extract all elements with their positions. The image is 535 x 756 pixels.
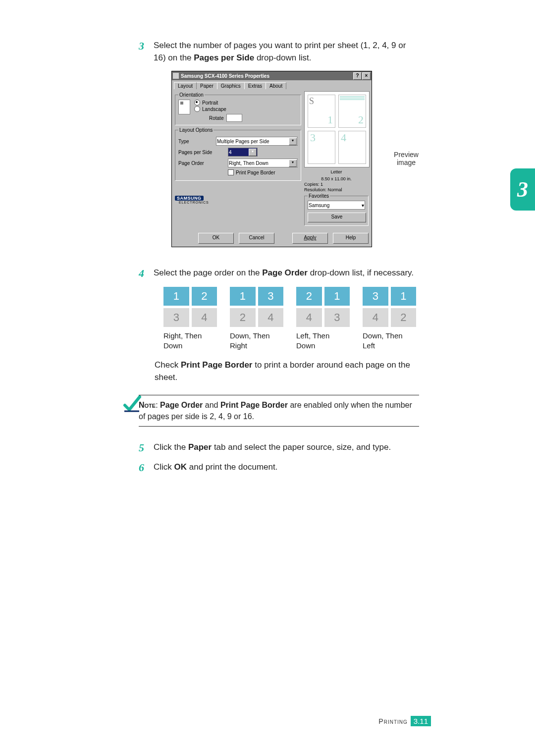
bold: OK	[174, 462, 187, 472]
cell: 3	[258, 287, 284, 306]
dialog-title: Samsung SCX-4100 Series Properties	[181, 73, 269, 79]
brand-sub: ELECTRONICS	[179, 201, 301, 204]
select-value: Right, Then Down	[229, 161, 268, 166]
favorites-group: Favorites Samsung▾ Save	[304, 193, 369, 226]
chapter-side-tab: 3	[510, 168, 535, 211]
apply-label: Apply	[304, 235, 316, 240]
ok-button[interactable]: OK	[198, 233, 234, 244]
cell: 2	[391, 308, 417, 327]
note-block: Note: Page Order and Print Page Border a…	[122, 395, 419, 427]
step-number: 6	[139, 461, 154, 474]
select-value: Samsung	[309, 203, 329, 208]
step-number: 4	[139, 267, 154, 280]
step-text: Click OK and print the document.	[154, 461, 416, 474]
radio-label: Portrait	[202, 100, 218, 106]
cell: 4	[192, 308, 217, 327]
text: drop-down list, if necessary.	[308, 268, 414, 277]
pages-per-side-select[interactable]: 4▾	[228, 148, 258, 157]
chevron-down-icon: ▾	[249, 149, 257, 156]
preview-number: 1	[327, 113, 333, 126]
step-4: 4 Select the page order on the Page Orde…	[139, 267, 416, 280]
bold: Print Page Border	[181, 360, 253, 370]
order-left-down: 2 1 4 3 Left, Then Down	[296, 287, 350, 350]
step-text: Select the number of pages you want to p…	[154, 40, 416, 64]
bold: Page Order	[262, 268, 308, 277]
order-label: Down, Then Left	[363, 331, 416, 350]
radio-label: Landscape	[202, 107, 226, 112]
brand-text: SAMSUNG	[175, 196, 204, 201]
tab-paper[interactable]: Paper	[196, 82, 217, 89]
step-text: Select the page order on the Page Order …	[154, 267, 416, 280]
radio-dot-icon	[194, 106, 200, 112]
orientation-icon	[178, 100, 190, 114]
print-border-label: Print Page Border	[236, 170, 275, 175]
chevron-down-icon: ▾	[289, 160, 297, 167]
cell: 3	[324, 308, 350, 327]
page-order-label: Page Order	[178, 161, 216, 166]
printer-icon	[173, 73, 179, 79]
cell: 2	[296, 287, 322, 306]
text: Click	[154, 462, 174, 472]
pages-per-side-label: Pages per Side	[178, 150, 216, 155]
portrait-radio[interactable]: Portrait	[194, 100, 242, 106]
text: drop-down list.	[254, 53, 311, 62]
step-number: 3	[139, 40, 154, 64]
bold: Print Page Border	[220, 401, 288, 409]
properties-dialog: Samsung SCX-4100 Series Properties ? × L…	[171, 71, 372, 247]
step-text: Click the Paper tab and select the paper…	[154, 441, 416, 454]
orientation-legend: Orientation	[178, 92, 205, 98]
cell: 3	[163, 308, 189, 327]
text: Check	[155, 360, 181, 370]
text: tab and select the paper source, size, a…	[212, 442, 391, 452]
order-right-down: 1 2 3 4 Right, Then Down	[163, 287, 217, 350]
preview-number: 4	[341, 131, 346, 144]
tab-layout[interactable]: Layout	[174, 82, 197, 89]
step-3: 3 Select the number of pages you want to…	[139, 40, 416, 64]
save-button[interactable]: Save	[308, 213, 366, 222]
cell: 2	[192, 287, 217, 306]
tab-graphics[interactable]: Graphics	[217, 82, 245, 89]
order-label: Left, Then Down	[296, 331, 350, 350]
close-button[interactable]: ×	[362, 72, 371, 80]
section-name: Printing	[378, 717, 407, 725]
cell: 2	[230, 308, 256, 327]
type-select[interactable]: Multiple Pages per Side▾	[216, 137, 298, 146]
apply-button[interactable]: Apply	[292, 233, 328, 244]
cancel-button[interactable]: Cancel	[239, 233, 274, 244]
cell: 4	[258, 308, 284, 327]
page-order-illustrations: 1 2 3 4 Right, Then Down 1 3 2 4 Down, T…	[163, 287, 416, 350]
bold: Paper	[188, 442, 212, 452]
page-order-select[interactable]: Right, Then Down▾	[228, 159, 298, 167]
preview-number: 3	[310, 131, 316, 144]
cell: 3	[363, 287, 388, 306]
checkmark-icon	[122, 394, 139, 416]
print-border-paragraph: Check Print Page Border to print a borde…	[155, 359, 416, 383]
chevron-down-icon: ▾	[289, 138, 297, 145]
dialog-button-row: OK Cancel Apply Help	[172, 231, 372, 247]
text: :	[156, 401, 160, 409]
help-titlebar-button[interactable]: ?	[353, 72, 362, 80]
page-footer: Printing 3.11	[378, 716, 431, 726]
type-label: Type	[178, 139, 216, 144]
order-down-left: 3 1 4 2 Down, Then Left	[363, 287, 416, 350]
dialog-tabs: Layout Paper Graphics Extras About	[172, 80, 372, 89]
select-value: Multiple Pages per Side	[217, 139, 269, 144]
radio-dot-icon	[194, 100, 200, 106]
tab-about[interactable]: About	[266, 82, 286, 89]
bold: Pages per Side	[194, 53, 254, 62]
favorites-select[interactable]: Samsung▾	[308, 201, 365, 210]
preview-copies: Copies: 1	[304, 182, 369, 187]
rotate-spinner[interactable]	[226, 114, 242, 122]
chevron-down-icon: ▾	[362, 203, 364, 208]
print-border-checkbox[interactable]	[228, 169, 234, 175]
page-number: 3.11	[411, 716, 431, 726]
landscape-radio[interactable]: Landscape	[194, 106, 242, 112]
orientation-group: Orientation Portrait Landscape Rotate	[175, 92, 301, 125]
text: and	[203, 401, 220, 409]
cell: 1	[391, 287, 417, 306]
help-button[interactable]: Help	[333, 233, 369, 244]
cell: 1	[163, 287, 189, 306]
tab-extras[interactable]: Extras	[244, 82, 266, 89]
layout-legend: Layout Options	[178, 127, 214, 133]
step-number: 5	[139, 441, 154, 454]
